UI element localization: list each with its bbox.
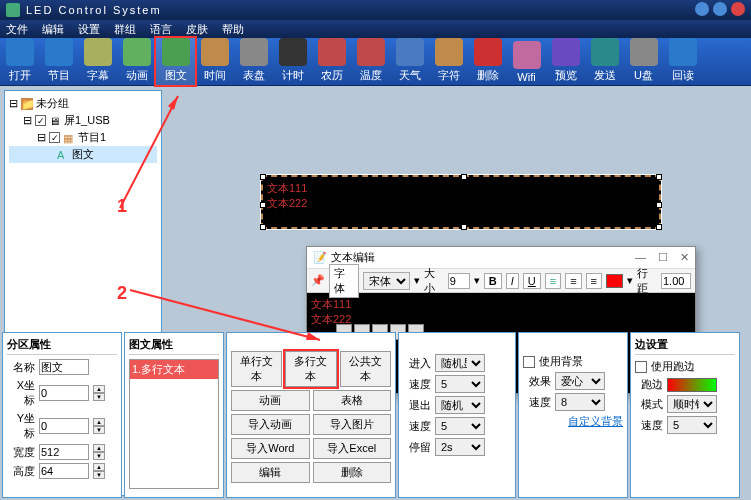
maximize-icon[interactable] xyxy=(713,2,727,16)
zone-y-input[interactable] xyxy=(39,418,89,434)
表盘-icon xyxy=(240,38,268,66)
menu-设置[interactable]: 设置 xyxy=(78,22,100,37)
温度-icon xyxy=(357,38,385,66)
delete-button[interactable]: 删除 xyxy=(313,462,392,483)
import-anim-button[interactable]: 导入动画 xyxy=(231,414,310,435)
font-select[interactable]: 宋体 xyxy=(363,272,409,290)
font-button[interactable]: 字体 xyxy=(329,264,359,298)
toolbar-预览[interactable]: 预览 xyxy=(546,38,585,85)
toolbar-动画[interactable]: 动画 xyxy=(117,38,156,85)
menu-群组[interactable]: 群组 xyxy=(114,22,136,37)
tree-root-label: 未分组 xyxy=(36,96,69,111)
tree-item[interactable]: A 图文 xyxy=(9,146,157,163)
align-left-icon[interactable]: ≡ xyxy=(545,273,561,289)
toolbar-删除[interactable]: 删除 xyxy=(468,38,507,85)
pin-icon[interactable]: 📌 xyxy=(311,274,325,287)
U盘-icon xyxy=(630,38,658,66)
anim-button[interactable]: 动画 xyxy=(231,390,310,411)
minimize-icon[interactable] xyxy=(695,2,709,16)
use-border-checkbox[interactable] xyxy=(635,361,647,373)
bg-speed-select[interactable]: 8 xyxy=(555,393,605,411)
dialog-maximize-icon[interactable]: ☐ xyxy=(658,251,668,264)
bold-button[interactable]: B xyxy=(484,273,502,289)
stay-select[interactable]: 2s xyxy=(435,438,485,456)
dialog-icon: 📝 xyxy=(313,251,327,264)
speed-select[interactable]: 5 xyxy=(435,375,485,393)
toolbar-农历[interactable]: 农历 xyxy=(312,38,351,85)
align-center-icon[interactable]: ≡ xyxy=(565,273,581,289)
multi-text-button[interactable]: 多行文本 xyxy=(285,351,336,387)
bottom-panels: 分区属性 名称 X坐标▲▼ Y坐标▲▼ 宽度▲▼ 高度▲▼ 图文属性 1.多行文… xyxy=(0,330,751,500)
window-controls xyxy=(695,2,745,16)
align-right-icon[interactable]: ≡ xyxy=(586,273,602,289)
use-bg-checkbox[interactable] xyxy=(523,356,535,368)
table-button[interactable]: 表格 xyxy=(313,390,392,411)
size-input[interactable] xyxy=(448,273,470,289)
toolbar-回读[interactable]: 回读 xyxy=(663,38,702,85)
menu-帮助[interactable]: 帮助 xyxy=(222,22,244,37)
toolbar-发送[interactable]: 发送 xyxy=(585,38,624,85)
dialog-close-icon[interactable]: ✕ xyxy=(680,251,689,264)
content-listbox[interactable]: 1.多行文本 xyxy=(129,359,219,489)
menu-编辑[interactable]: 编辑 xyxy=(42,22,64,37)
pic-props-panel: 图文属性 1.多行文本 xyxy=(124,332,224,498)
动画-icon xyxy=(123,38,151,66)
zone-name-input[interactable] xyxy=(39,359,89,375)
menu-皮肤[interactable]: 皮肤 xyxy=(186,22,208,37)
edit-button[interactable]: 编辑 xyxy=(231,462,310,483)
close-icon[interactable] xyxy=(731,2,745,16)
zone-w-input[interactable] xyxy=(39,444,89,460)
border-mode-select[interactable]: 顺时针 xyxy=(667,395,717,413)
custom-bg-link[interactable]: 自定义背景 xyxy=(568,414,623,429)
import-img-button[interactable]: 导入图片 xyxy=(313,414,392,435)
text-editor-toolbar: 📌 字体 宋体 ▾ 大小 ▾ B I U ≡ ≡ ≡ ▾ 行距 xyxy=(307,269,695,293)
zone-x-input[interactable] xyxy=(39,385,89,401)
toolbar-U盘[interactable]: U盘 xyxy=(624,38,663,85)
list-item[interactable]: 1.多行文本 xyxy=(130,360,218,379)
zone-props-panel: 分区属性 名称 X坐标▲▼ Y坐标▲▼ 宽度▲▼ 高度▲▼ xyxy=(2,332,122,498)
发送-icon xyxy=(591,38,619,66)
single-text-button[interactable]: 单行文本 xyxy=(231,351,282,387)
toolbar-表盘[interactable]: 表盘 xyxy=(234,38,273,85)
exit-select[interactable]: 随机 xyxy=(435,396,485,414)
tree-program[interactable]: ⊟✓▦ 节目1 xyxy=(9,129,157,146)
border-speed-select[interactable]: 5 xyxy=(667,416,717,434)
speed2-select[interactable]: 5 xyxy=(435,417,485,435)
toolbar-温度[interactable]: 温度 xyxy=(351,38,390,85)
toolbar-图文[interactable]: 图文 xyxy=(156,38,195,85)
italic-button[interactable]: I xyxy=(506,273,519,289)
toolbar-字幕[interactable]: 字幕 xyxy=(78,38,117,85)
panel-title: 边设置 xyxy=(635,337,735,355)
app-icon xyxy=(6,3,20,17)
zone-h-input[interactable] xyxy=(39,463,89,479)
menu-文件[interactable]: 文件 xyxy=(6,22,28,37)
toolbar-字符[interactable]: 字符 xyxy=(429,38,468,85)
tree-screen[interactable]: ⊟✓🖥 屏1_USB xyxy=(9,112,157,129)
public-text-button[interactable]: 公共文本 xyxy=(340,351,391,387)
toolbar-Wifi[interactable]: Wifi xyxy=(507,38,546,85)
panel-title: 分区属性 xyxy=(7,337,117,355)
打开-icon xyxy=(6,38,34,66)
Wifi-icon xyxy=(513,41,541,69)
dialog-minimize-icon[interactable]: — xyxy=(635,251,646,264)
main-toolbar: 打开节目字幕动画图文时间表盘计时农历温度天气字符删除Wifi预览发送U盘回读 xyxy=(0,38,751,86)
color-swatch[interactable] xyxy=(606,274,623,288)
border-style[interactable] xyxy=(667,378,717,392)
计时-icon xyxy=(279,38,307,66)
spacing-label: 行距 xyxy=(637,266,657,296)
title-bar: LED Control System xyxy=(0,0,751,20)
toolbar-时间[interactable]: 时间 xyxy=(195,38,234,85)
import-excel-button[interactable]: 导入Excel xyxy=(313,438,392,459)
import-word-button[interactable]: 导入Word xyxy=(231,438,310,459)
spacing-input[interactable] xyxy=(661,273,691,289)
toolbar-天气[interactable]: 天气 xyxy=(390,38,429,85)
led-preview[interactable]: 文本111文本222 xyxy=(261,175,661,229)
tree-root[interactable]: ⊟📁 未分组 xyxy=(9,95,157,112)
underline-button[interactable]: U xyxy=(523,273,541,289)
toolbar-节目[interactable]: 节目 xyxy=(39,38,78,85)
effect-select[interactable]: 爱心 xyxy=(555,372,605,390)
toolbar-计时[interactable]: 计时 xyxy=(273,38,312,85)
toolbar-打开[interactable]: 打开 xyxy=(0,38,39,85)
enter-select[interactable]: 随机显示 xyxy=(435,354,485,372)
menu-语言[interactable]: 语言 xyxy=(150,22,172,37)
